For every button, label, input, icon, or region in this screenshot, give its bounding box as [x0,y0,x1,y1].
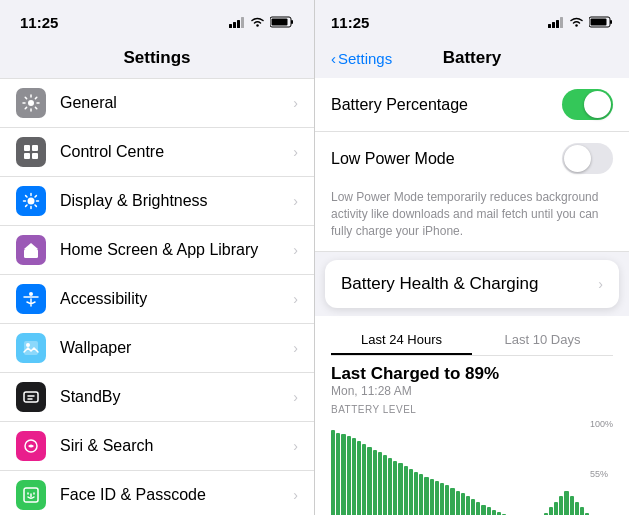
low-power-toggle-knob [564,145,591,172]
chart-bar [435,481,439,515]
svg-rect-31 [591,19,607,26]
home-screen-label: Home Screen & App Library [60,241,293,259]
battery-health-container: Battery Health & Charging › [315,260,629,308]
chart-bar [570,496,574,515]
svg-rect-28 [560,17,563,28]
svg-rect-5 [291,20,293,24]
signal-icon [229,17,245,28]
battery-health-row[interactable]: Battery Health & Charging › [325,260,619,308]
chart-bar [357,441,361,515]
chevron-icon: › [293,144,298,160]
settings-item-face-id[interactable]: Face ID & Passcode› [0,471,314,515]
chart-bar [564,491,568,515]
settings-item-wallpaper[interactable]: Wallpaper› [0,324,314,373]
chevron-icon: › [293,487,298,503]
right-panel: 11:25 [314,0,629,515]
chart-bar [445,485,449,515]
chart-bar [549,507,553,515]
battery-health-label: Battery Health & Charging [341,274,598,294]
back-label: Settings [338,50,392,67]
chart-bar [575,502,579,515]
face-id-label: Face ID & Passcode [60,486,293,504]
chevron-icon: › [293,242,298,258]
tab-last-24-hours[interactable]: Last 24 Hours [331,326,472,355]
svg-rect-8 [24,145,30,151]
right-screen-title: Battery [443,48,502,68]
settings-item-standby[interactable]: StandBy› [0,373,314,422]
left-status-icons [229,16,294,28]
svg-rect-26 [552,22,555,28]
chart-bar [492,510,496,515]
settings-list: General›Control Centre›Display & Brightn… [0,78,314,515]
chart-bar [331,430,335,515]
svg-rect-10 [24,153,30,159]
chart-bar [373,450,377,515]
settings-item-siri-search[interactable]: Siri & Search› [0,422,314,471]
general-label: General [60,94,293,112]
battery-health-chevron-icon: › [598,276,603,292]
svg-rect-2 [237,20,240,28]
right-battery-icon [589,16,613,28]
display-brightness-icon [16,186,46,216]
wifi-icon [250,17,265,28]
chart-bar [362,444,366,515]
low-power-label: Low Power Mode [331,150,562,168]
chart-bar [450,488,454,515]
chart-bar [476,502,480,515]
svg-point-14 [29,292,33,296]
svg-rect-9 [32,145,38,151]
chart-bar [456,491,460,515]
battery-percentage-toggle[interactable] [562,89,613,120]
settings-item-accessibility[interactable]: Accessibility› [0,275,314,324]
accessibility-label: Accessibility [60,290,293,308]
chevron-icon: › [293,389,298,405]
chart-bar [466,496,470,515]
wallpaper-label: Wallpaper [60,339,293,357]
chart-bar [352,438,356,515]
y-label-55: 55% [590,469,613,479]
svg-rect-1 [233,22,236,28]
settings-item-control-centre[interactable]: Control Centre› [0,128,314,177]
settings-item-general[interactable]: General› [0,78,314,128]
general-icon [16,88,46,118]
charge-info: Last Charged to 89% Mon, 11:28 AM [331,364,613,398]
chart-bar [409,469,413,515]
standby-label: StandBy [60,388,293,406]
svg-rect-11 [32,153,38,159]
accessibility-icon [16,284,46,314]
chart-bar [378,452,382,515]
left-status-bar: 11:25 [0,0,314,44]
settings-item-home-screen[interactable]: Home Screen & App Library› [0,226,314,275]
wallpaper-icon [16,333,46,363]
chevron-icon: › [293,291,298,307]
control-centre-label: Control Centre [60,143,293,161]
right-status-icons [548,16,613,28]
standby-icon [16,382,46,412]
charge-subtitle: Mon, 11:28 AM [331,384,613,398]
right-signal-icon [548,17,564,28]
right-wifi-icon [569,17,584,28]
chart-bar [367,447,371,515]
battery-chart: 100% 55% 2% [331,419,613,515]
svg-rect-25 [548,24,551,28]
svg-rect-15 [24,341,38,355]
svg-rect-13 [24,249,38,258]
svg-rect-6 [272,19,288,26]
back-button[interactable]: ‹ Settings [331,50,392,67]
battery-percentage-row: Battery Percentage [315,78,629,132]
chart-y-labels: 100% 55% 2% [590,419,613,515]
chevron-icon: › [293,193,298,209]
face-id-icon [16,480,46,510]
svg-rect-3 [241,17,244,28]
chevron-icon: › [293,95,298,111]
tab-last-10-days[interactable]: Last 10 Days [472,326,613,355]
chart-label: BATTERY LEVEL [331,404,613,415]
settings-item-display-brightness[interactable]: Display & Brightness› [0,177,314,226]
battery-percentage-label: Battery Percentage [331,96,562,114]
low-power-toggle[interactable] [562,143,613,174]
y-label-100: 100% [590,419,613,429]
chevron-icon: › [293,340,298,356]
chart-bar [388,458,392,515]
chart-bar [487,507,491,515]
chart-bar [383,455,387,515]
